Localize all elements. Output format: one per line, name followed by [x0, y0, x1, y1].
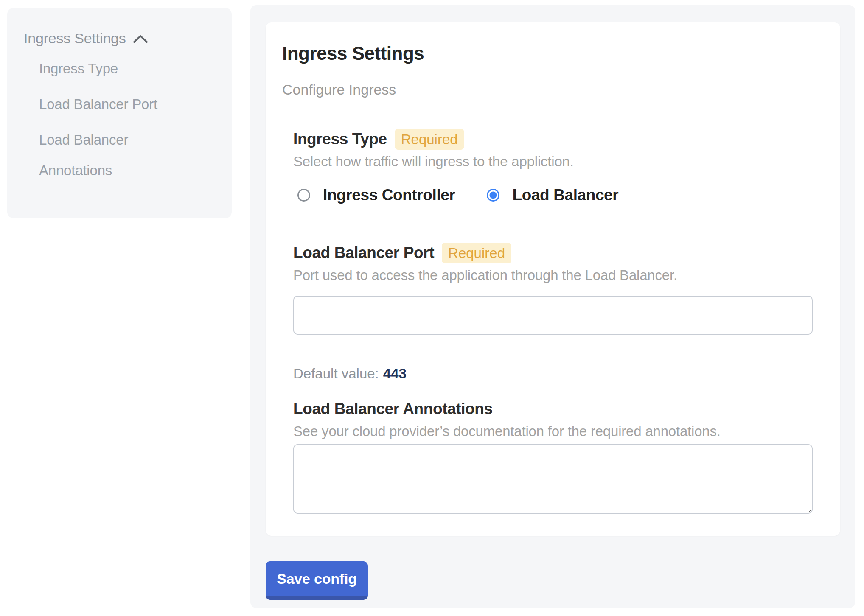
- radio-option-load-balancer[interactable]: Load Balancer: [487, 186, 618, 204]
- sidebar-sublist: Ingress Type Load Balancer Port Load Bal…: [24, 53, 222, 186]
- radio-icon[interactable]: [297, 189, 310, 202]
- required-badge: Required: [442, 243, 511, 263]
- lb-port-description: Port used to access the application thro…: [293, 267, 813, 284]
- sidebar-group-ingress-settings[interactable]: Ingress Settings: [24, 29, 222, 48]
- page-title: Ingress Settings: [282, 43, 823, 64]
- settings-sidebar: Ingress Settings Ingress Type Load Balan…: [7, 8, 232, 218]
- load-balancer-port-input[interactable]: [293, 296, 813, 335]
- sidebar-item-ingress-type[interactable]: Ingress Type: [39, 53, 171, 84]
- lb-annotations-heading-row: Load Balancer Annotations: [293, 398, 813, 420]
- app-screen: Ingress Settings Ingress Type Load Balan…: [0, 0, 864, 616]
- lb-port-heading-row: Load Balancer Port Required: [293, 242, 813, 263]
- lb-annotations-label: Load Balancer Annotations: [293, 398, 493, 420]
- default-value: 443: [383, 366, 407, 381]
- lb-annotations-description: See your cloud provider’s documentation …: [293, 423, 813, 440]
- required-badge: Required: [395, 129, 464, 150]
- section-load-balancer-port: Load Balancer Port Required Port used to…: [293, 242, 813, 382]
- radio-icon[interactable]: [487, 189, 499, 202]
- load-balancer-annotations-textarea[interactable]: [293, 444, 813, 514]
- form-sections: Ingress Type Required Select how traffic…: [293, 129, 813, 514]
- ingress-type-description: Select how traffic will ingress to the a…: [293, 153, 813, 170]
- save-config-button[interactable]: Save config: [266, 561, 368, 600]
- page-subtitle: Configure Ingress: [282, 81, 823, 98]
- default-value-line: Default value:443: [293, 365, 813, 382]
- sidebar-item-load-balancer-annotations[interactable]: Load Balancer Annotations: [39, 125, 171, 186]
- ingress-type-label: Ingress Type: [293, 129, 387, 150]
- ingress-settings-card: Ingress Settings Configure Ingress Ingre…: [266, 22, 840, 536]
- radio-option-ingress-controller[interactable]: Ingress Controller: [297, 186, 455, 204]
- chevron-up-icon[interactable]: [133, 34, 148, 44]
- radio-option-label: Ingress Controller: [323, 186, 455, 204]
- default-value-label: Default value:: [293, 366, 379, 381]
- radio-option-label: Load Balancer: [512, 186, 618, 204]
- sidebar-group-label: Ingress Settings: [24, 29, 126, 48]
- sidebar-item-load-balancer-port[interactable]: Load Balancer Port: [39, 89, 171, 120]
- ingress-type-radio-group: Ingress Controller Load Balancer: [297, 186, 813, 204]
- lb-port-label: Load Balancer Port: [293, 242, 434, 263]
- section-ingress-type: Ingress Type Required Select how traffic…: [293, 129, 813, 204]
- section-load-balancer-annotations: Load Balancer Annotations See your cloud…: [293, 398, 813, 514]
- ingress-type-heading-row: Ingress Type Required: [293, 129, 813, 150]
